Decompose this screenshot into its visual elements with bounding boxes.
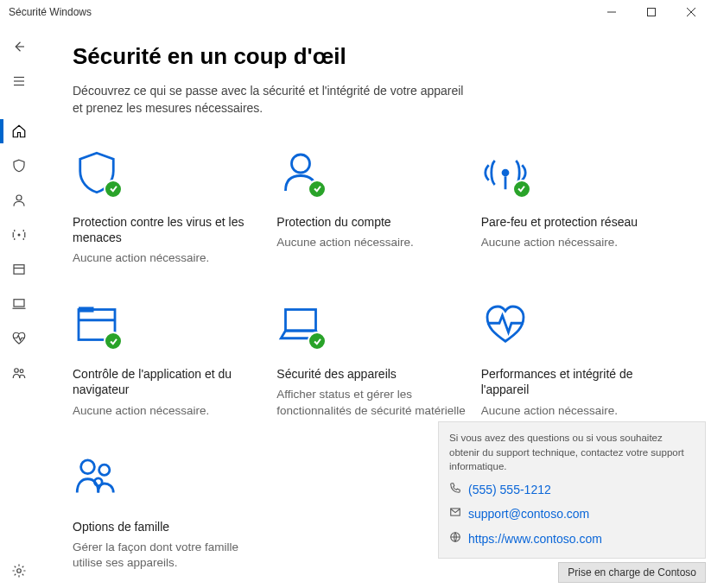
- tile-performance[interactable]: Performances et intégrité de l'appareil …: [481, 300, 676, 419]
- tile-desc: Afficher status et gérer les fonctionnal…: [276, 387, 472, 418]
- tile-app-control[interactable]: Contrôle de l'application et du navigate…: [73, 300, 268, 419]
- tile-title: Options de famille: [73, 519, 169, 534]
- minimize-button[interactable]: [592, 0, 632, 24]
- network-icon: [481, 149, 530, 197]
- svg-rect-22: [286, 310, 316, 332]
- status-ok-badge: [512, 180, 531, 199]
- person-icon: [276, 149, 325, 197]
- tile-family[interactable]: Options de famille Gérer la façon dont v…: [73, 453, 268, 572]
- support-phone-row[interactable]: (555) 555-1212: [449, 481, 695, 498]
- support-footer-button[interactable]: Prise en charge de Contoso: [558, 562, 706, 583]
- window-icon: [73, 300, 121, 349]
- nav-account[interactable]: [0, 183, 38, 218]
- back-button[interactable]: [0, 29, 38, 64]
- tile-desc: Aucune action nécessaire.: [481, 235, 618, 250]
- tile-desc: Gérer la façon dont votre famille utilis…: [73, 540, 268, 571]
- tile-account-protection[interactable]: Protection du compte Aucune action néces…: [276, 149, 472, 267]
- content-area: Sécurité en un coup d'œil Découvrez ce q…: [38, 24, 711, 588]
- phone-icon: [449, 481, 461, 498]
- mail-icon: [449, 505, 461, 522]
- nav-settings[interactable]: [0, 553, 38, 588]
- nav-appcontrol[interactable]: [0, 252, 38, 287]
- svg-point-14: [20, 370, 23, 373]
- tile-desc: Aucune action nécessaire.: [73, 403, 209, 419]
- window-title: Sécurité Windows: [9, 6, 92, 18]
- tile-virus-protection[interactable]: Protection contre les virus et les menac…: [73, 149, 268, 267]
- tile-title: Sécurité des appareils: [276, 366, 397, 382]
- nav-home[interactable]: [0, 114, 38, 149]
- nav-virus[interactable]: [0, 149, 38, 183]
- svg-point-24: [99, 465, 110, 475]
- page-subtitle: Découvrez ce qui se passe avec la sécuri…: [73, 82, 470, 117]
- close-button[interactable]: [671, 0, 711, 24]
- heart-pulse-icon: [481, 300, 530, 349]
- svg-rect-12: [14, 300, 24, 307]
- support-phone: (555) 555-1212: [468, 481, 551, 498]
- support-url-row[interactable]: https://www.contoso.com: [449, 530, 695, 547]
- titlebar: Sécurité Windows: [0, 0, 711, 24]
- support-url: https://www.contoso.com: [468, 530, 602, 547]
- support-email-row[interactable]: support@contoso.com: [449, 505, 695, 522]
- tile-title: Pare-feu et protection réseau: [481, 214, 638, 230]
- svg-point-8: [16, 195, 22, 200]
- nav-performance[interactable]: [0, 321, 38, 356]
- laptop-icon: [276, 300, 325, 349]
- page-title: Sécurité en un coup d'œil: [73, 43, 676, 70]
- tile-title: Performances et intégrité de l'appareil: [481, 366, 676, 397]
- tile-title: Contrôle de l'application et du navigate…: [73, 366, 268, 397]
- tile-title: Protection contre les virus et les menac…: [73, 214, 268, 245]
- tile-firewall[interactable]: Pare-feu et protection réseau Aucune act…: [481, 149, 676, 267]
- nav-family[interactable]: [0, 356, 38, 390]
- globe-icon: [449, 530, 461, 547]
- support-text: Si vous avez des questions ou si vous so…: [449, 431, 695, 474]
- tile-desc: Aucune action nécessaire.: [73, 250, 209, 266]
- nav-firewall[interactable]: [0, 218, 38, 252]
- support-email: support@contoso.com: [468, 505, 589, 522]
- svg-point-16: [292, 155, 310, 173]
- tile-device-security[interactable]: Sécurité des appareils Afficher status e…: [276, 300, 472, 419]
- nav-device[interactable]: [0, 287, 38, 321]
- svg-rect-1: [648, 9, 656, 16]
- svg-point-17: [501, 168, 509, 176]
- maximize-button[interactable]: [632, 0, 671, 24]
- hamburger-button[interactable]: [0, 64, 38, 98]
- shield-icon: [73, 149, 121, 197]
- support-panel: Si vous avez des questions ou si vous so…: [438, 421, 706, 559]
- status-ok-badge: [104, 180, 123, 199]
- window-controls: [592, 0, 711, 24]
- tile-title: Protection du compte: [276, 214, 390, 230]
- svg-point-15: [17, 569, 22, 573]
- svg-point-23: [81, 460, 95, 474]
- svg-point-9: [18, 234, 21, 237]
- status-ok-badge: [308, 180, 327, 199]
- tile-desc: Aucune action nécessaire.: [276, 235, 413, 250]
- svg-rect-10: [14, 265, 24, 275]
- family-icon: [73, 453, 121, 502]
- tile-desc: Aucune action nécessaire.: [481, 403, 618, 419]
- svg-point-13: [15, 369, 19, 373]
- sidebar: [0, 24, 38, 588]
